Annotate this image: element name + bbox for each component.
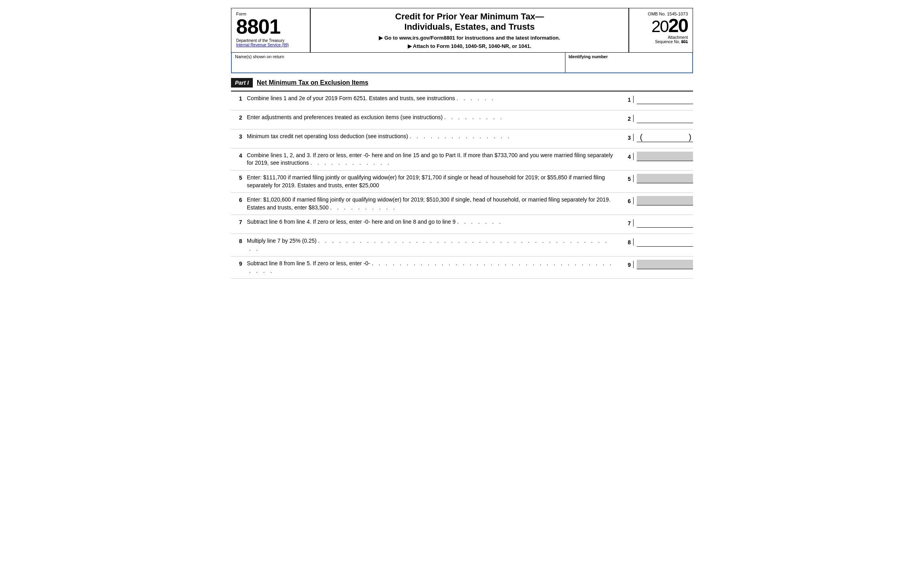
- part1-title: Net Minimum Tax on Exclusion Items: [257, 79, 368, 86]
- line-number-4: 4: [231, 152, 247, 159]
- form-main-title: Credit for Prior Year Minimum Tax— Indiv…: [395, 11, 544, 32]
- form-title-area: Credit for Prior Year Minimum Tax— Indiv…: [311, 8, 629, 52]
- id-field[interactable]: Identifying number: [565, 53, 692, 72]
- line-number-2: 2: [231, 114, 247, 121]
- paren-close: ): [689, 133, 691, 142]
- line-ref-7: 7: [622, 218, 693, 228]
- line-ref-9: 9: [622, 260, 693, 269]
- form-header: Form 8801 Department of the Treasury Int…: [231, 8, 693, 53]
- id-field-label: Identifying number: [569, 54, 689, 59]
- form-line-4: 4 Combine lines 1, 2, and 3. If zero or …: [231, 148, 693, 171]
- line-input-9[interactable]: [637, 260, 693, 269]
- form-line-3: 3 Minimum tax credit net operating loss …: [231, 129, 693, 148]
- line-input-7[interactable]: [637, 218, 693, 228]
- line-ref-5: 5: [622, 174, 693, 183]
- line-text-3: Minimum tax credit net operating loss de…: [247, 133, 622, 141]
- line-text-4: Combine lines 1, 2, and 3. If zero or le…: [247, 152, 622, 167]
- line-ref-4: 4: [622, 152, 693, 161]
- name-input-area[interactable]: [235, 59, 562, 71]
- name-field[interactable]: Name(s) shown on return: [232, 53, 565, 72]
- form-line-2: 2 Enter adjustments and preferences trea…: [231, 110, 693, 129]
- form-line-8: 8 Multiply line 7 by 25% (0.25) . . . . …: [231, 234, 693, 256]
- line-text-2: Enter adjustments and preferences treate…: [247, 114, 622, 122]
- line-ref-1: 1: [622, 95, 693, 104]
- line-number-7: 7: [231, 218, 247, 225]
- line-text-7: Subtract line 6 from line 4. If zero or …: [247, 218, 622, 226]
- form-number: 8801: [236, 16, 305, 37]
- line-text-6: Enter: $1,020,600 if married filing join…: [247, 196, 622, 211]
- form-instruction1: ▶ Go to www.irs.gov/Form8801 for instruc…: [379, 35, 560, 41]
- line-input-6[interactable]: [637, 196, 693, 205]
- id-input-area[interactable]: [569, 59, 689, 71]
- irs-label: Internal Revenue Service (99): [236, 43, 305, 47]
- line-number-1: 1: [231, 95, 247, 102]
- form-line-7: 7 Subtract line 6 from line 4. If zero o…: [231, 215, 693, 234]
- line-ref-6: 6: [622, 196, 693, 205]
- line-text-5: Enter: $111,700 if married filing jointl…: [247, 174, 622, 189]
- line-ref-8: 8: [622, 237, 693, 247]
- form-lines: 1 Combine lines 1 and 2e of your 2019 Fo…: [231, 91, 693, 279]
- line-number-6: 6: [231, 196, 247, 203]
- line-number-3: 3: [231, 133, 247, 140]
- form-instruction2: ▶ Attach to Form 1040, 1040-SR, 1040-NR,…: [408, 43, 531, 49]
- form-line-5: 5 Enter: $111,700 if married filing join…: [231, 171, 693, 193]
- name-field-label: Name(s) shown on return: [235, 54, 562, 59]
- tax-form-page: Form 8801 Department of the Treasury Int…: [231, 8, 693, 279]
- line-text-8: Multiply line 7 by 25% (0.25) . . . . . …: [247, 237, 622, 253]
- line-number-8: 8: [231, 237, 247, 244]
- part1-badge: Part I: [231, 78, 253, 87]
- form-omb-area: OMB No. 1545-1073 2020 Attachment Sequen…: [629, 8, 693, 52]
- attachment-label: Attachment: [668, 35, 688, 40]
- form-line-9: 9 Subtract line 8 from line 5. If zero o…: [231, 257, 693, 279]
- line-input-2[interactable]: [637, 114, 693, 123]
- line-text-1: Combine lines 1 and 2e of your 2019 Form…: [247, 95, 622, 103]
- name-id-row: Name(s) shown on return Identifying numb…: [231, 53, 693, 73]
- sequence-label: Sequence No. 801: [655, 40, 688, 44]
- dept-label: Department of the Treasury: [236, 38, 305, 43]
- paren-open: (: [640, 133, 643, 142]
- form-line-6: 6 Enter: $1,020,600 if married filing jo…: [231, 193, 693, 215]
- line-ref-2: 2: [622, 114, 693, 123]
- line-input-8[interactable]: [637, 237, 693, 247]
- form-identifier: Form 8801 Department of the Treasury Int…: [231, 8, 311, 52]
- line-input-1[interactable]: [637, 95, 693, 104]
- line-ref-3: 3 ( ): [622, 133, 693, 142]
- line-input-4[interactable]: [637, 152, 693, 161]
- part1-header: Part I Net Minimum Tax on Exclusion Item…: [231, 78, 693, 87]
- tax-year: 2020: [651, 16, 688, 35]
- line-text-9: Subtract line 8 from line 5. If zero or …: [247, 260, 622, 275]
- form-line-1: 1 Combine lines 1 and 2e of your 2019 Fo…: [231, 91, 693, 110]
- line-input-3[interactable]: ( ): [637, 133, 693, 142]
- line-input-5[interactable]: [637, 174, 693, 183]
- line-number-9: 9: [231, 260, 247, 267]
- line-number-5: 5: [231, 174, 247, 181]
